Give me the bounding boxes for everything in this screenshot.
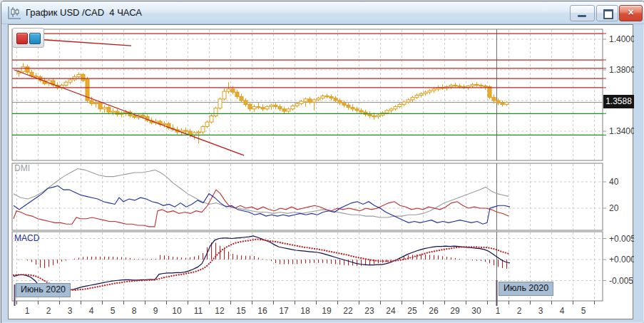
x-axis-label: 5 (581, 306, 586, 316)
candle (291, 106, 295, 109)
candle (287, 109, 290, 111)
candle (282, 109, 286, 111)
candle (415, 95, 419, 97)
candle (98, 103, 102, 109)
chart-client-area: 1.40001.38001.34004020+0.005+0.000-0.005… (8, 24, 633, 319)
candle (377, 115, 380, 116)
candle (372, 116, 376, 117)
macd-axis-label: +0.000 (609, 255, 634, 265)
candle (218, 99, 222, 108)
x-axis-label: 2 (46, 306, 51, 316)
candle (484, 86, 487, 87)
candle (411, 98, 414, 100)
dmi-panel-label: DMI (14, 163, 30, 173)
candle (68, 80, 72, 82)
candle (201, 127, 205, 133)
x-axis-label: 19 (322, 306, 332, 316)
close-icon: × (620, 6, 642, 18)
candle (261, 108, 265, 109)
candle (389, 109, 393, 111)
candle (163, 123, 166, 124)
x-axis-label: 1 (496, 306, 501, 316)
candle (488, 87, 491, 98)
chart-toolbar (12, 28, 44, 48)
candle (317, 98, 320, 100)
price-panel (12, 29, 603, 160)
maximize-button[interactable] (596, 5, 618, 21)
price-axis-label: 1.3400 (609, 126, 634, 136)
close-button[interactable]: × (619, 5, 643, 21)
candle (329, 97, 333, 98)
blue-tool-button[interactable] (29, 33, 41, 44)
candle (334, 98, 337, 101)
title-bar[interactable]: График USD /CAD 4 ЧАСА × (1, 1, 644, 24)
candle (214, 108, 218, 116)
x-axis-label: 30 (471, 306, 481, 316)
candle (227, 89, 230, 91)
macd-axis-label: +0.005 (609, 234, 634, 244)
x-axis-label: 4 (89, 306, 94, 316)
candle (257, 107, 260, 108)
x-axis-label: 2 (517, 306, 522, 316)
minimize-button[interactable] (570, 5, 595, 21)
x-axis-label: 3 (68, 306, 73, 316)
candle (312, 100, 316, 102)
candle (492, 98, 496, 101)
candle (428, 91, 431, 92)
macd-axis-label: -0.005 (609, 276, 633, 286)
candle (398, 104, 402, 106)
chart-canvas[interactable]: 1.40001.38001.34004020+0.005+0.000-0.005… (9, 25, 634, 320)
candle (77, 74, 81, 76)
x-axis-label: 5 (111, 306, 116, 316)
candle (325, 96, 329, 97)
x-axis-label: 26 (429, 306, 439, 316)
x-axis-label: 10 (172, 306, 182, 316)
candle (496, 101, 500, 103)
candle (407, 100, 410, 102)
red-tool-button[interactable] (16, 33, 28, 44)
candle (308, 99, 312, 102)
candle (205, 122, 209, 126)
x-axis-label: 8 (132, 306, 137, 316)
candle (475, 84, 479, 85)
candle (244, 101, 247, 104)
candle (231, 89, 235, 92)
dmi-panel (12, 163, 603, 230)
candle (223, 91, 226, 99)
candle (342, 103, 346, 105)
candle (252, 107, 256, 109)
candle (90, 101, 93, 103)
dmi-axis-label: 20 (609, 203, 619, 213)
candle (300, 101, 303, 103)
x-axis-label: 17 (279, 306, 289, 316)
candle (359, 111, 363, 112)
candle (295, 103, 299, 106)
x-axis-label: 4 (560, 306, 565, 316)
maximize-icon (603, 9, 613, 19)
candle (432, 89, 436, 91)
candle (402, 102, 406, 104)
month-badge-june: Июнь 2020 (16, 283, 71, 297)
window-title: График USD /CAD 4 ЧАСА (26, 7, 142, 18)
price-axis-label: 1.3800 (609, 65, 634, 75)
x-axis-label: 24 (386, 306, 396, 316)
candle (385, 111, 389, 113)
dmi-axis-label: 40 (609, 177, 619, 187)
candle (34, 76, 38, 77)
candlestick-chart-icon (6, 5, 22, 21)
candle (133, 116, 136, 118)
x-axis-label: 22 (343, 306, 353, 316)
candle (265, 107, 269, 109)
macd-panel-label: MACD (14, 233, 39, 243)
candle (240, 97, 243, 101)
x-axis-label: 15 (236, 306, 246, 316)
candle (368, 114, 372, 116)
candle (479, 86, 483, 86)
candle (235, 92, 239, 96)
candle (107, 108, 111, 112)
candle (64, 82, 68, 85)
candle (501, 103, 504, 104)
candle (321, 96, 324, 98)
price-axis-label: 1.4000 (609, 34, 634, 44)
candle (454, 86, 457, 86)
